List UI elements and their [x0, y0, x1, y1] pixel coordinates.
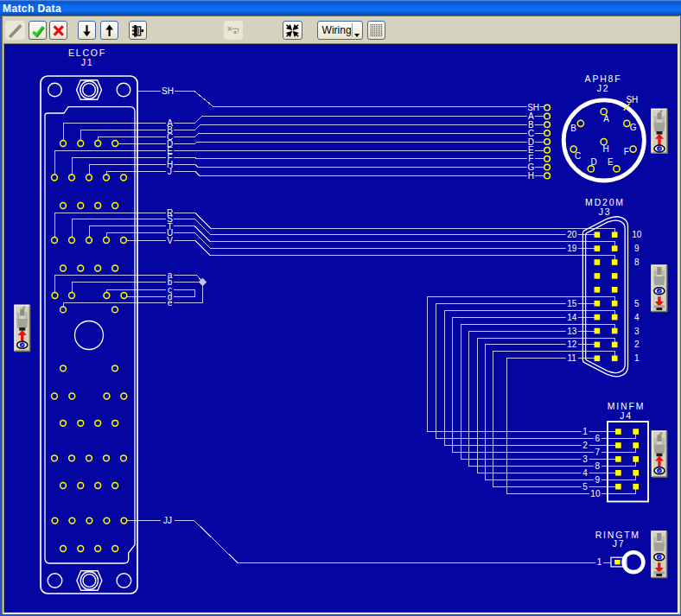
svg-text:H: H — [528, 171, 534, 181]
svg-text:A: A — [603, 114, 609, 124]
svg-text:J: J — [168, 167, 172, 176]
svg-text:2: 2 — [582, 441, 588, 450]
svg-text:G: G — [630, 123, 637, 132]
svg-text:12: 12 — [567, 340, 577, 349]
svg-text:8: 8 — [595, 461, 601, 471]
svg-text:9: 9 — [634, 244, 640, 253]
svg-text:H: H — [602, 144, 608, 154]
svg-text:3: 3 — [634, 327, 640, 336]
svg-text:JJ: JJ — [163, 516, 172, 525]
svg-text:8: 8 — [634, 257, 640, 267]
svg-text:5: 5 — [634, 299, 640, 308]
svg-text:6: 6 — [595, 434, 601, 443]
svg-text:11: 11 — [568, 353, 577, 363]
svg-text:D: D — [591, 157, 597, 167]
svg-text:SH: SH — [626, 95, 638, 105]
svg-text:J3: J3 — [599, 206, 612, 217]
svg-text:19: 19 — [567, 244, 577, 253]
svg-text:J2: J2 — [597, 83, 610, 93]
svg-text:7: 7 — [595, 448, 601, 457]
svg-text:J7: J7 — [613, 538, 626, 549]
svg-text:3: 3 — [582, 454, 588, 464]
svg-text:V: V — [167, 236, 173, 245]
svg-text:B: B — [570, 124, 576, 133]
svg-text:4: 4 — [582, 468, 588, 478]
svg-text:10: 10 — [590, 489, 601, 499]
svg-text:e: e — [168, 298, 173, 308]
svg-text:14: 14 — [567, 313, 577, 322]
svg-text:4: 4 — [634, 313, 640, 322]
svg-text:F: F — [624, 147, 629, 156]
svg-text:J1: J1 — [81, 57, 94, 67]
svg-text:1: 1 — [634, 353, 640, 363]
svg-text:1: 1 — [582, 427, 588, 436]
svg-text:1: 1 — [597, 557, 602, 567]
svg-text:15: 15 — [567, 299, 577, 308]
svg-text:20: 20 — [567, 230, 577, 239]
svg-text:2: 2 — [634, 340, 640, 349]
svg-text:10: 10 — [632, 230, 642, 239]
svg-text:J4: J4 — [620, 410, 633, 421]
svg-text:9: 9 — [595, 475, 601, 485]
svg-text:SH: SH — [162, 86, 174, 96]
svg-text:13: 13 — [567, 327, 577, 336]
svg-text:5: 5 — [582, 482, 588, 492]
svg-text:E: E — [608, 157, 614, 167]
svg-text:C: C — [575, 151, 581, 161]
